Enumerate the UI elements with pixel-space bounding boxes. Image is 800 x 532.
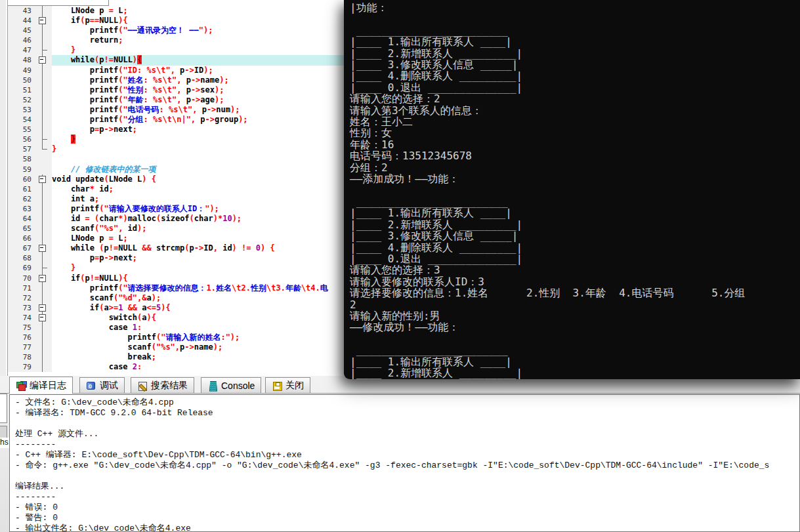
fold-margin [34, 323, 52, 333]
line-number: 79 [8, 362, 34, 372]
fold-toggle-icon[interactable] [34, 243, 52, 253]
tab-label: 搜索结果 [151, 380, 188, 392]
log-line: -------- [15, 492, 799, 502]
console-line: |____ 3.修改联系人信息 _____| [350, 230, 800, 241]
tab-label: 关闭 [285, 380, 304, 392]
log-line: 编译结果... [15, 481, 799, 492]
line-number: 67 [8, 243, 34, 253]
fold-margin [34, 342, 52, 352]
console-line: |____ 0.退出 ______________| [350, 82, 800, 93]
log-line: - 文件名: G:\dev_code\未命名4.cpp [15, 398, 799, 408]
fold-margin [34, 144, 52, 154]
line-number: 57 [8, 144, 34, 154]
fold-margin [34, 214, 52, 224]
line-number: 63 [8, 204, 34, 214]
console-line: 请输入要修改的联系人ID：3 [350, 276, 800, 287]
fold-margin [34, 204, 52, 214]
console-line: ________________________ [350, 344, 800, 356]
line-number: 50 [8, 75, 34, 85]
console-line: |____ 2.新增联系人 _________| [350, 367, 800, 379]
fold-margin [34, 105, 52, 115]
fold-margin [34, 134, 52, 144]
log-line: 处理 C++ 源文件... [15, 429, 799, 440]
fold-margin [34, 26, 52, 35]
close-icon [272, 380, 282, 391]
fold-margin [34, 154, 52, 164]
tab-search-results[interactable]: 搜索结果 [131, 377, 194, 393]
compile-log-icon [16, 380, 26, 391]
line-number: 69 [8, 263, 34, 273]
line-number: 56 [8, 134, 34, 144]
console-line: ________________________ [350, 25, 800, 36]
line-number: 52 [8, 95, 34, 105]
line-number: 70 [8, 274, 34, 283]
line-number: 68 [8, 253, 34, 263]
fold-margin [34, 194, 52, 204]
program-console-window[interactable]: |功能： ________________________|____ 1.输出所… [344, 0, 800, 379]
debug-icon: 0 [86, 380, 96, 391]
fold-margin [34, 184, 52, 194]
fold-margin [34, 362, 52, 372]
log-line: - C++ 编译器: E:\code_soft\Dev-Cpp\TDM-GCC-… [15, 450, 799, 460]
fold-margin [34, 35, 52, 45]
fold-margin [34, 234, 52, 243]
console-tab-icon [207, 380, 218, 391]
fold-margin [34, 75, 52, 85]
console-line: 请输入您的选择：2 [350, 93, 800, 104]
console-line: |____ 1.输出所有联系人 ____| [350, 36, 800, 47]
fold-margin [34, 45, 52, 55]
line-number: 62 [8, 194, 34, 204]
line-number: 46 [8, 35, 34, 45]
tab-compile-log[interactable]: 编译日志 [9, 377, 73, 394]
log-line: - 编译器名: TDM-GCC 9.2.0 64-bit Release [15, 408, 799, 419]
fold-margin [34, 283, 52, 293]
line-number: 43 [8, 6, 34, 16]
console-line: 性别：女 [350, 127, 800, 138]
console-line: 请输入第3个联系人的信息： [350, 105, 800, 116]
fold-toggle-icon[interactable] [34, 174, 52, 184]
fold-margin [34, 95, 52, 105]
line-number: 74 [8, 313, 34, 323]
line-number: 71 [8, 283, 34, 293]
console-line: |____ 1.输出所有联系人 ____| [350, 207, 800, 218]
line-number: 49 [8, 66, 34, 75]
console-line: |____ 3.修改联系人信息 _____| [350, 59, 800, 70]
compile-log-output[interactable]: - 文件名: G:\dev_code\未命名4.cpp- 编译器名: TDM-G… [9, 394, 800, 532]
tab-debug[interactable]: 0 调试 [79, 377, 125, 393]
tab-label: 调试 [100, 380, 118, 392]
line-number: 76 [8, 333, 34, 342]
line-number: 66 [8, 234, 34, 243]
console-line: ________________________ [350, 196, 800, 207]
console-line: 分组：2 [350, 162, 800, 173]
line-number: 77 [8, 342, 34, 352]
line-number: 53 [8, 105, 34, 115]
log-line: - 错误: 0 [15, 502, 799, 513]
tab-label: 编译日志 [30, 380, 66, 392]
line-number: 78 [8, 352, 34, 362]
line-number: 51 [8, 85, 34, 95]
console-line [350, 13, 800, 24]
fold-margin [34, 224, 52, 234]
ide-screen: 43 LNode p = L;44 if(p==NULL){45 printf(… [0, 0, 800, 532]
tab-close[interactable]: 关闭 [265, 377, 310, 393]
fold-toggle-icon[interactable] [34, 16, 52, 26]
tab-console[interactable]: Console [201, 377, 261, 393]
console-line: 电话号码：13512345678 [350, 150, 800, 161]
fold-margin [34, 85, 52, 95]
fold-toggle-icon[interactable] [34, 303, 52, 313]
fold-toggle-icon[interactable] [34, 313, 52, 323]
console-line: 请输入您的选择：3 [350, 264, 800, 276]
console-line: |____ 4.删除联系人 _________| [350, 70, 800, 81]
fold-toggle-icon[interactable] [34, 55, 52, 65]
fold-margin [34, 333, 52, 342]
line-number: 60 [8, 174, 34, 184]
line-number: 54 [8, 115, 34, 125]
console-line: ——修改成功！——功能： [350, 321, 800, 333]
console-line: |____ 2.新增联系人 _________| [350, 219, 800, 230]
log-line [15, 471, 799, 481]
console-line: 年龄：16 [350, 139, 800, 150]
tabbar-underline [0, 393, 800, 394]
console-line: |____ 4.删除联系人 _________| [350, 242, 800, 253]
fold-margin [34, 352, 52, 362]
fold-toggle-icon[interactable] [34, 274, 52, 283]
